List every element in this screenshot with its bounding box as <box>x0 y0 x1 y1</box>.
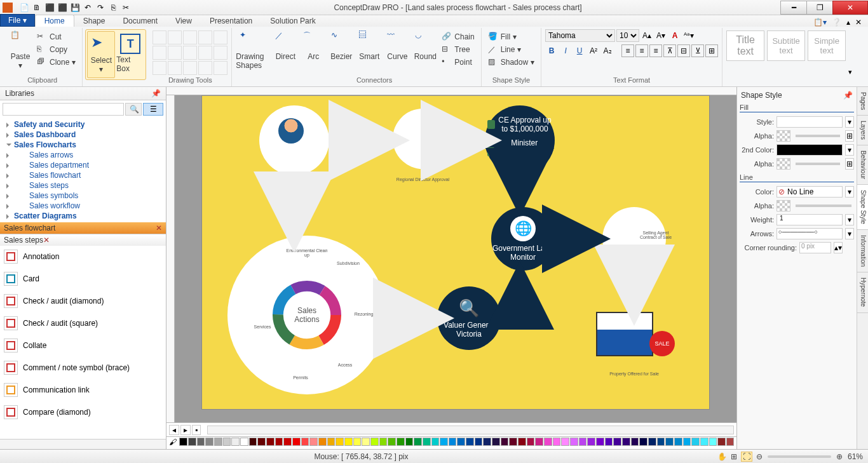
color-swatch[interactable] <box>370 438 379 446</box>
tree-node[interactable]: Sales arrows <box>3 150 163 160</box>
page-next[interactable]: ▸ <box>180 425 191 435</box>
color-swatch[interactable] <box>665 438 674 446</box>
side-tab[interactable]: Shape Style <box>857 185 868 230</box>
qat-btn[interactable]: ↶ <box>83 3 93 13</box>
color-swatch[interactable] <box>353 438 362 446</box>
cut-button[interactable]: ✂Cut <box>34 30 78 43</box>
shape-item[interactable]: Check / audit (square) <box>0 312 166 335</box>
shape-regional[interactable] <box>393 109 453 169</box>
shape-item[interactable]: Compare (diamond) <box>0 401 166 424</box>
collapse-ribbon-icon[interactable]: ▴ <box>846 18 850 27</box>
tree-node[interactable]: Scatter Diagrams <box>3 211 163 221</box>
case[interactable]: ᴬᵃ▾ <box>682 29 695 42</box>
color-swatch[interactable] <box>691 438 700 446</box>
connector-point[interactable]: •Point <box>439 56 477 69</box>
help-icon[interactable]: ❔ <box>832 18 841 27</box>
tab-presentation[interactable]: Presentation <box>201 15 261 27</box>
color-swatch[interactable] <box>344 438 353 446</box>
shape-item[interactable]: Annotation <box>0 246 166 268</box>
qat-btn[interactable]: ↷ <box>95 3 105 13</box>
color-swatch[interactable] <box>414 438 422 446</box>
color-swatch[interactable] <box>223 438 231 446</box>
align-middle[interactable]: ⊟ <box>677 44 690 57</box>
color-swatch[interactable] <box>639 438 648 446</box>
align-center[interactable]: ≡ <box>635 44 648 57</box>
qat-btn[interactable]: ⬛ <box>57 3 67 13</box>
fill-alpha[interactable] <box>776 130 790 142</box>
shape-item[interactable]: Communication link <box>0 379 166 401</box>
shape-item[interactable]: Collate <box>0 335 166 357</box>
align-top[interactable]: ⊼ <box>663 44 676 57</box>
shape-item[interactable]: Card <box>0 268 166 290</box>
color-swatch[interactable] <box>179 438 187 446</box>
color-swatch[interactable] <box>449 438 457 446</box>
shape-glm[interactable]: 🌐 Government Land Monitor <box>491 207 555 271</box>
qat-btn[interactable]: 📄 <box>19 3 29 13</box>
preset-subtitle[interactable]: Subtitle text <box>767 30 805 61</box>
page-add[interactable]: ▪ <box>192 425 201 435</box>
color-swatch[interactable] <box>648 438 656 446</box>
color-swatch[interactable] <box>379 438 388 446</box>
preset-simple[interactable]: Simple text <box>808 30 846 61</box>
drawing-tools-grid[interactable] <box>153 28 227 76</box>
text-direction[interactable]: ⊞ <box>705 44 718 57</box>
tree-node[interactable]: Sales symbols <box>3 191 163 201</box>
color-palette[interactable]: 🖌 <box>166 436 736 449</box>
qat-btn[interactable]: ✂ <box>121 3 131 13</box>
corner-rounding[interactable]: 0 pix <box>799 242 831 253</box>
hscroll[interactable] <box>0 439 166 449</box>
canvas[interactable]: PPM Team Investigation and Planning Regi… <box>175 95 736 422</box>
side-tab[interactable]: Behaviour <box>857 145 868 185</box>
align-left[interactable]: ≡ <box>621 44 634 57</box>
connector-direct[interactable]: ／Direct <box>271 28 299 75</box>
color-swatch[interactable] <box>501 438 509 446</box>
pin-icon[interactable]: 📌 <box>843 91 853 100</box>
tree-node[interactable]: Sales workflow <box>3 201 163 211</box>
hscrollbar[interactable] <box>207 426 734 434</box>
close-doc-icon[interactable]: ✕ <box>855 18 862 27</box>
fit-icon[interactable]: ⛶ <box>741 452 752 462</box>
color-swatch[interactable] <box>240 438 248 446</box>
color-swatch[interactable] <box>726 438 735 446</box>
tree-node[interactable]: Safety and Security <box>3 119 163 130</box>
connector-round[interactable]: ◡Round <box>411 28 439 75</box>
shape-vgv[interactable]: 🔍 Valuer General Victoria <box>437 286 501 350</box>
line-color[interactable]: ⊘No Line <box>776 186 843 198</box>
color-swatch[interactable] <box>483 438 491 446</box>
superscript-button[interactable]: A² <box>587 44 600 57</box>
color-swatch[interactable] <box>596 438 604 446</box>
drawing-shapes-button[interactable]: ✦ Drawing Shapes <box>236 28 264 75</box>
color-swatch[interactable] <box>683 438 691 446</box>
color-swatch[interactable] <box>336 438 344 446</box>
qat-btn[interactable]: ⬛ <box>44 3 55 13</box>
zoom-in[interactable]: ⊕ <box>836 452 843 461</box>
color-swatch[interactable] <box>700 438 709 446</box>
paste-button[interactable]: 📋 Paste▾ <box>6 28 34 75</box>
clone-button[interactable]: 🗊Clone ▾ <box>34 56 78 69</box>
color-swatch[interactable] <box>214 438 222 446</box>
close-button[interactable]: ✕ <box>832 1 868 15</box>
alpha-slider[interactable] <box>796 135 840 137</box>
italic-button[interactable]: I <box>559 44 572 57</box>
tab-solution-park[interactable]: Solution Park <box>261 15 324 27</box>
shape-ppm[interactable] <box>259 105 329 175</box>
tree-node[interactable]: Sales Flowcharts <box>3 140 163 150</box>
color-swatch[interactable] <box>605 438 613 446</box>
color-swatch[interactable] <box>283 438 292 446</box>
connector-bezier[interactable]: ∿Bezier <box>327 28 355 75</box>
snap-icon[interactable]: ⊞ <box>731 452 737 461</box>
connector-smart[interactable]: ⿳Smart <box>355 28 383 75</box>
second-color[interactable] <box>776 144 843 156</box>
qat-btn[interactable]: 🗎 <box>32 3 42 13</box>
color-swatch[interactable] <box>527 438 535 446</box>
color-swatch[interactable] <box>231 438 240 446</box>
shape-item[interactable]: Check / audit (diamond) <box>0 290 166 312</box>
size-select[interactable]: 10 <box>616 29 639 42</box>
color-swatch[interactable] <box>613 438 621 446</box>
tree-node[interactable]: Sales steps <box>3 180 163 191</box>
align-bottom[interactable]: ⊻ <box>691 44 704 57</box>
alpha-slider[interactable] <box>796 163 840 165</box>
underline-button[interactable]: U <box>573 44 586 57</box>
page-tabs[interactable]: ◂ ▸ ▪ <box>166 422 736 436</box>
align-right[interactable]: ≡ <box>649 44 662 57</box>
